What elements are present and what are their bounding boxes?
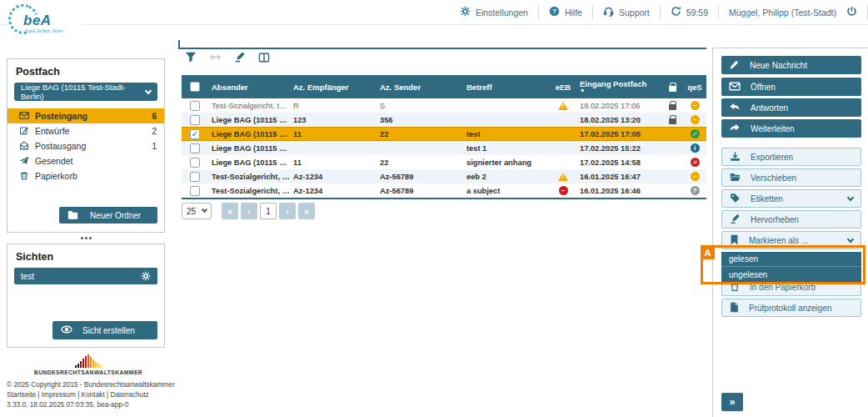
next-page-button[interactable]: › [279,203,296,219]
folder-label: Papierkorb [35,171,77,181]
protocol-label: Prüfprotokoll anzeigen [749,304,832,313]
cell-eingang: 16.01.2025 16:47 [576,173,661,181]
column-header-az-empfaenger[interactable]: Az. Empfänger [290,83,377,92]
session-timer[interactable]: 59:59 [661,5,719,20]
message-list-toolbar [185,52,270,63]
help-label: Hilfe [565,8,582,18]
logo-tagline: Digital. Einfach. Sicher. [25,29,63,33]
paper-plane-icon [19,156,29,167]
cell-az-sender: 22 [377,130,463,138]
pencil-icon [729,59,740,72]
last-page-button[interactable]: » [298,203,315,219]
page-size-select[interactable]: 25 [182,203,212,219]
cell-betreff: a subject [463,187,550,195]
menu-item-gelesen[interactable]: gelesen [721,252,861,267]
cell-absender: Liege BAG (10115 Test... [208,144,290,153]
eeb-status-icon [559,186,568,195]
view-item-test[interactable]: test [14,268,157,284]
document-icon [730,302,739,314]
mailbox-select[interactable]: Liege BAG (10115 Test-Stadt-Berlin) [14,83,157,101]
cell-az-sender: S [377,102,463,110]
qes-status-icon [691,143,700,153]
help-menu-item[interactable]: ? Hilfe [539,5,593,20]
sidebar-item-posteingang[interactable]: Posteingang 6 [7,108,164,123]
table-row[interactable]: Liege BAG (10115 Test... 123 356 18.02.2… [182,113,706,127]
export-button[interactable]: Exportieren [721,148,861,166]
column-header-betreff[interactable]: Betreff [463,83,550,92]
create-view-label: Sicht erstellen [82,326,135,335]
row-checkbox[interactable] [190,129,200,139]
row-checkbox[interactable] [190,115,200,125]
reply-label: Antworten [751,103,788,113]
sidebar-item-entwuerfe[interactable]: Entwürfe 2 [7,123,164,138]
column-header-lock[interactable] [661,83,683,92]
select-all-checkbox[interactable] [190,82,200,92]
settings-menu-item[interactable]: Einstellungen [450,5,539,20]
column-header-eingang-postfach[interactable]: Eingang Postfach▼ [576,80,661,94]
qes-status-icon [691,115,700,124]
table-row-selected[interactable]: Liege BAG (10115 Test... 11 22 test 17.0… [182,127,706,141]
actions-panel: Neue Nachricht Öffnen Antworten Weiterle… [712,48,868,417]
protocol-button[interactable]: Prüfprotokoll anzeigen [721,299,861,317]
cell-eingang: 17.02.2025 17:05 [576,130,661,138]
mailbox-select-value: Liege BAG (10115 Test-Stadt-Berlin) [21,83,146,101]
cell-absender: Liege BAG (10115 Test... [208,116,290,124]
cell-absender: Liege BAG (10115 Test... [208,158,290,167]
prev-page-button[interactable]: ‹ [241,203,257,219]
column-header-eeb[interactable]: eEB [550,83,576,92]
support-menu-item[interactable]: Support [593,5,661,20]
bea-logo[interactable]: beA Digital. Einfach. Sicher. [7,3,82,43]
help-icon: ? [549,6,560,18]
row-checkbox[interactable] [190,143,200,153]
sidebar-item-postausgang[interactable]: Postausgang 1 [7,138,164,153]
pagination-bar: 25 « ‹ 1 › » [182,203,315,219]
postfach-title: Postfach [7,59,164,83]
sidebar-item-gesendet[interactable]: Gesendet [7,153,164,168]
new-folder-button[interactable]: Neuer Ordner [59,207,157,224]
power-icon[interactable] [846,6,857,18]
reply-icon [729,102,741,113]
filter-button[interactable] [185,52,197,63]
cell-betreff: signierter anhang [463,158,550,167]
lock-icon [669,86,676,92]
column-header-qes[interactable]: qeS [683,83,706,92]
row-checkbox[interactable] [190,101,200,111]
reply-button[interactable]: Antworten [721,98,861,117]
highlighter-button[interactable] [234,52,246,63]
table-row[interactable]: Test-Sozialgericht, theil2... R S 18.02.… [182,98,706,113]
folder-label: Entwürfe [35,126,69,136]
session-timer-value: 59:59 [686,8,708,18]
new-message-button[interactable]: Neue Nachricht [721,56,861,74]
gear-icon[interactable] [141,271,151,281]
labels-button[interactable]: Etiketten [721,189,861,208]
cell-az-sender: 356 [377,116,463,124]
panel-resize-handle[interactable] [7,234,165,242]
menu-item-ungelesen[interactable]: ungelesen [721,267,861,282]
forward-icon [729,123,741,134]
column-header-az-sender[interactable]: Az. Sender [377,83,463,92]
sidebar-item-papierkorb[interactable]: Papierkorb [7,168,164,183]
table-row[interactable]: Test-Sozialgericht, the... Az-1234 Az-56… [182,169,706,183]
row-checkbox[interactable] [190,172,200,182]
lock-icon [669,118,676,124]
columns-button[interactable] [258,53,270,63]
highlight-button[interactable]: Hervorheben [721,210,861,229]
table-row[interactable]: Liege BAG (10115 Test... 11 22 signierte… [182,155,706,169]
collapse-panel-button[interactable]: » [721,393,743,411]
table-row[interactable]: Liege BAG (10115 Test... test 1 17.02.20… [182,141,706,155]
column-header-absender[interactable]: Absender [208,83,290,92]
user-menu-item[interactable]: Müggel, Philipp (Test-Stadt) [719,5,868,20]
forward-button[interactable]: Weiterleiten [721,119,861,138]
row-checkbox[interactable] [190,158,200,168]
footer-links[interactable]: Startseite | Impressum | Kontakt | Daten… [7,389,177,399]
table-row[interactable]: Test-Sozialgericht, the... Az-1234 Az-56… [182,183,706,198]
resize-columns-button[interactable] [209,53,222,62]
create-view-button[interactable]: Sicht erstellen [52,321,157,339]
row-checkbox[interactable] [190,186,200,196]
mark-as-button[interactable]: Markieren als ... [721,231,861,249]
move-button[interactable]: Verschieben [721,168,861,187]
trash-label: In den Papierkorb [750,283,816,292]
open-button[interactable]: Öffnen [721,78,861,96]
current-page-indicator: 1 [260,203,277,219]
first-page-button[interactable]: « [222,203,238,219]
